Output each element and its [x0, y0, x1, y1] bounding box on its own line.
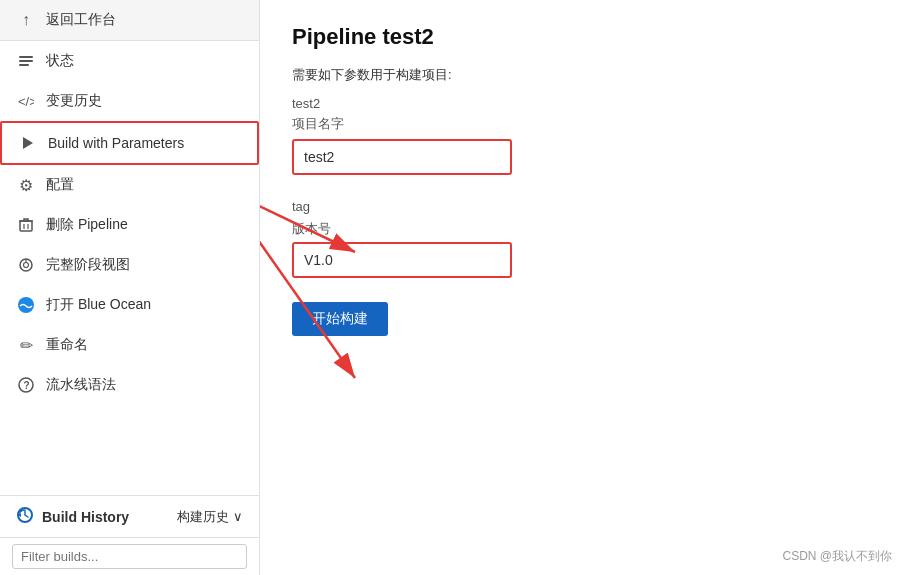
description: 需要如下参数用于构建项目: — [292, 66, 870, 84]
param2-input[interactable] — [292, 242, 512, 278]
sidebar-item-history-label: 变更历史 — [46, 92, 102, 110]
sidebar-item-config[interactable]: ⚙ 配置 — [0, 165, 259, 205]
sidebar-item-build-label: Build with Parameters — [48, 135, 184, 151]
sidebar-item-rename-label: 重命名 — [46, 336, 88, 354]
delete-icon — [16, 215, 36, 235]
stages-icon — [16, 255, 36, 275]
blue-ocean-icon — [16, 295, 36, 315]
sidebar-item-back-label: 返回工作台 — [46, 11, 116, 29]
param1-section: test2 项目名字 — [292, 96, 870, 175]
build-history-icon — [16, 506, 34, 527]
filter-builds-input[interactable] — [12, 544, 247, 569]
param1-input[interactable] — [292, 139, 512, 175]
sidebar-item-delete-label: 删除 Pipeline — [46, 216, 128, 234]
sidebar-item-syntax-label: 流水线语法 — [46, 376, 116, 394]
syntax-icon: ? — [16, 375, 36, 395]
watermark: CSDN @我认不到你 — [782, 548, 892, 565]
sidebar-item-stages[interactable]: 完整阶段视图 — [0, 245, 259, 285]
start-build-button[interactable]: 开始构建 — [292, 302, 388, 336]
sidebar-item-delete[interactable]: 删除 Pipeline — [0, 205, 259, 245]
chevron-down-icon: ∨ — [233, 509, 243, 524]
sidebar-item-stages-label: 完整阶段视图 — [46, 256, 130, 274]
sidebar-bottom: Build History 构建历史 ∨ — [0, 495, 259, 575]
sidebar-item-rename[interactable]: ✏ 重命名 — [0, 325, 259, 365]
sidebar-item-blue-ocean[interactable]: 打开 Blue Ocean — [0, 285, 259, 325]
back-icon: ↑ — [16, 10, 36, 30]
param1-field-label: 项目名字 — [292, 115, 870, 133]
svg-point-9 — [24, 263, 29, 268]
sidebar-item-blue-ocean-label: 打开 Blue Ocean — [46, 296, 151, 314]
param2-sub-label: 版本号 — [292, 220, 870, 238]
build-history-zh-label: 构建历史 — [177, 508, 229, 526]
build-history-label: Build History — [42, 509, 129, 525]
page-title: Pipeline test2 — [292, 24, 870, 50]
param1-default-label: test2 — [292, 96, 870, 111]
config-icon: ⚙ — [16, 175, 36, 195]
status-icon — [16, 51, 36, 71]
annotation-arrows — [260, 0, 902, 575]
build-history-right[interactable]: 构建历史 ∨ — [177, 508, 243, 526]
sidebar-item-syntax[interactable]: ? 流水线语法 — [0, 365, 259, 405]
history-icon: </> — [16, 91, 36, 111]
svg-rect-5 — [20, 221, 32, 231]
sidebar-item-status-label: 状态 — [46, 52, 74, 70]
sidebar-item-build-with-params[interactable]: Build with Parameters — [0, 121, 259, 165]
svg-rect-1 — [19, 60, 33, 62]
svg-marker-4 — [23, 137, 33, 149]
sidebar-item-back[interactable]: ↑ 返回工作台 — [0, 0, 259, 40]
build-icon — [18, 133, 38, 153]
svg-text:</>: </> — [18, 94, 34, 109]
svg-rect-2 — [19, 64, 29, 66]
rename-icon: ✏ — [16, 335, 36, 355]
sidebar-item-config-label: 配置 — [46, 176, 74, 194]
svg-rect-0 — [19, 56, 33, 58]
sidebar: ↑ 返回工作台 状态 </> 变更历史 Build with Parameter… — [0, 0, 260, 575]
sidebar-item-status[interactable]: 状态 — [0, 41, 259, 81]
param2-section: tag 版本号 — [292, 199, 870, 278]
filter-builds-container — [0, 537, 259, 575]
main-content: Pipeline test2 需要如下参数用于构建项目: test2 项目名字 … — [260, 0, 902, 575]
svg-text:?: ? — [24, 380, 30, 391]
sidebar-item-history[interactable]: </> 变更历史 — [0, 81, 259, 121]
param2-field-label: tag — [292, 199, 870, 214]
build-history-header[interactable]: Build History 构建历史 ∨ — [0, 496, 259, 537]
